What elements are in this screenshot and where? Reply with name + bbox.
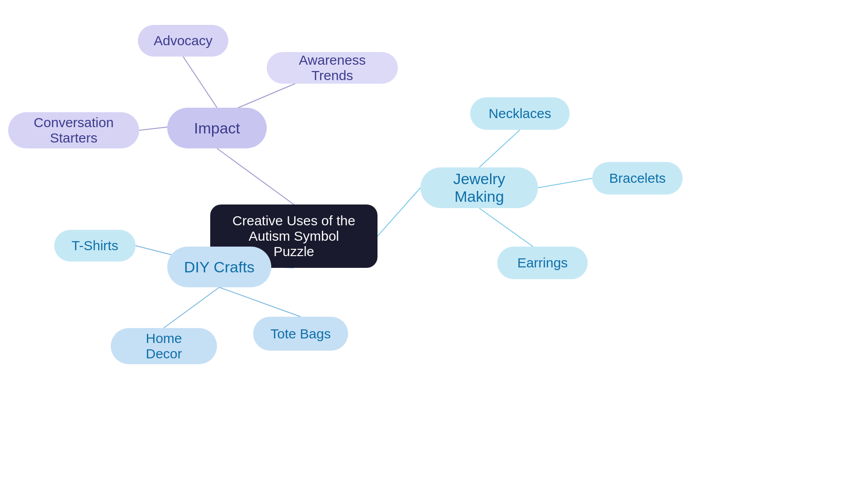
tote-bags-label: Tote Bags [270, 326, 330, 342]
impact-label: Impact [194, 119, 240, 137]
svg-line-6 [538, 178, 592, 188]
awareness-trends-label: Awareness Trends [283, 52, 382, 83]
conversation-starters-node: Conversation Starters [8, 112, 139, 148]
svg-line-5 [479, 130, 520, 167]
home-decor-label: Home Decor [127, 331, 201, 362]
home-decor-node: Home Decor [111, 328, 217, 364]
svg-line-0 [217, 148, 294, 205]
svg-line-10 [164, 287, 219, 328]
diy-crafts-label: DIY Crafts [184, 258, 255, 276]
earrings-node: Earrings [497, 247, 588, 279]
bracelets-node: Bracelets [592, 162, 683, 195]
jewelry-making-label: Jewelry Making [437, 170, 522, 205]
earrings-label: Earrings [517, 255, 568, 271]
tshirts-label: T-Shirts [71, 238, 118, 253]
svg-line-1 [183, 57, 217, 108]
necklaces-node: Necklaces [470, 97, 570, 130]
svg-line-11 [219, 287, 301, 317]
tote-bags-node: Tote Bags [253, 317, 348, 351]
tshirts-node: T-Shirts [54, 230, 136, 262]
advocacy-node: Advocacy [138, 25, 228, 57]
conversation-starters-label: Conversation Starters [24, 115, 123, 146]
bracelets-label: Bracelets [609, 171, 665, 186]
necklaces-label: Necklaces [489, 106, 551, 121]
awareness-trends-node: Awareness Trends [267, 52, 398, 84]
impact-node: Impact [167, 108, 267, 148]
svg-line-4 [377, 188, 420, 236]
diy-crafts-node: DIY Crafts [167, 247, 271, 287]
advocacy-label: Advocacy [154, 33, 212, 48]
jewelry-making-node: Jewelry Making [420, 167, 538, 208]
